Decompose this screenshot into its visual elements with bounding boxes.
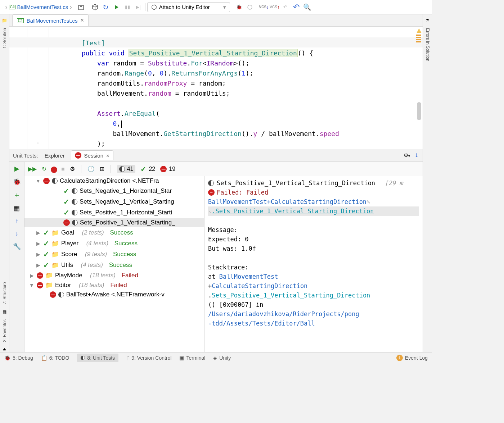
warning-stripe[interactable]: ! (416, 28, 422, 42)
clock-icon[interactable]: 🕘 (87, 165, 95, 172)
tree-folder[interactable]: ▶✓📁Goal (2 tests) Success (24, 227, 204, 238)
tree-test[interactable]: —BallTest+Awake <.NETFramework-v (24, 290, 204, 299)
right-tool-strip: ⚗ Errors In Solution (423, 14, 432, 352)
csharp-file-icon: C# (17, 18, 24, 23)
svg-point-1 (248, 5, 252, 9)
save-icon[interactable] (76, 2, 86, 12)
csharp-file-icon: C# (9, 5, 16, 9)
edit-icon[interactable]: ✎ (366, 198, 370, 205)
ut-left-rail: ▶ 🐞 ＋ ▦ ↑ ↓ 🔧 (9, 162, 24, 352)
count-fail[interactable]: —19 (160, 166, 175, 172)
code-editor[interactable]: ⬤⊖ ⊟ ⊟ [Test] public void Sets_Positive_… (9, 27, 423, 149)
unity-icon (151, 4, 157, 10)
svg-text:!: ! (418, 29, 420, 33)
status-debug[interactable]: 🐞 5: Debug (4, 355, 33, 361)
chevron-right-icon: › (69, 3, 72, 11)
play-icon[interactable] (112, 2, 122, 12)
download-icon[interactable]: ⤓ (414, 152, 419, 159)
unit-tests-header: Unit Tests: Explorer — Session × ⚙︎▾ ⤓ (9, 149, 423, 162)
rerun-failed-icon[interactable]: ↻- (51, 165, 56, 172)
status-unit-tests[interactable]: 8: Unit Tests (77, 354, 118, 362)
status-vc[interactable]: ᛘ 9: Version Control (126, 355, 171, 361)
fail-icon: — (160, 166, 167, 172)
tree-test[interactable]: ✓Sets_Negative_1_Vertical_Starting (24, 196, 204, 207)
close-tab-icon[interactable]: × (81, 17, 84, 24)
history-icon[interactable]: ↶ (280, 2, 291, 12)
add-icon[interactable]: ＋ (14, 191, 20, 199)
grid-icon[interactable]: ▦ (14, 204, 20, 212)
tree-test[interactable]: ✓Sets_Negative_1_Horizontal_Star (24, 186, 204, 196)
options-icon[interactable]: ⚙ (70, 165, 75, 172)
close-icon[interactable]: × (106, 153, 109, 159)
errors-tab[interactable]: Errors In Solution (425, 28, 430, 62)
stop-icon[interactable] (245, 2, 255, 12)
run-all-icon[interactable]: ▶▶ (28, 165, 37, 172)
breadcrumb-file: BallMovementTest.cs (17, 4, 68, 10)
structure-icon[interactable]: ▦ (3, 309, 6, 314)
pause-icon[interactable]: ▮▮ (122, 2, 132, 12)
star-icon[interactable]: ★ (3, 347, 6, 352)
tree-test-selected[interactable]: —Sets_Positive_1_Vertical_Starting_ (24, 218, 204, 227)
editor-tab[interactable]: C# BallMovementTest.cs × (12, 14, 89, 26)
top-toolbar: › C# BallMovementTest.cs › ↻ ▮▮ ▶| Attac… (0, 0, 432, 14)
solution-icon[interactable]: 📁 (2, 18, 7, 23)
tree-folder[interactable]: ▶✓📁Player (4 tests) Success (24, 238, 204, 249)
tree-folder[interactable]: ▶✓📁Utils (4 tests) Success (24, 260, 204, 270)
status-unity[interactable]: ◈ Unity (213, 355, 231, 361)
fold-icon[interactable]: ⊟ (37, 138, 40, 148)
unity-icon[interactable] (90, 2, 100, 12)
run-config-combo[interactable]: Attach to Unity Editor ▾ (147, 2, 230, 12)
count-pass[interactable]: ✓22 (140, 165, 155, 173)
scrollbar-thumb[interactable] (417, 102, 421, 120)
status-todo[interactable]: 📋 6: TODO (41, 355, 69, 361)
count-all[interactable]: 41 (117, 165, 136, 173)
wrench-icon[interactable]: 🔧 (13, 242, 21, 250)
status-bar: 🐞 5: Debug 📋 6: TODO 8: Unit Tests ᛘ 9: … (0, 352, 432, 363)
pass-icon: ✓ (140, 165, 147, 173)
debug-icon[interactable]: 🐞 (234, 2, 244, 12)
tree-folder[interactable]: ▶✓📁Score (9 tests) Success (24, 249, 204, 260)
dropdown-icon: ▾ (223, 4, 226, 10)
editor-tabs: C# BallMovementTest.cs × (9, 14, 423, 27)
structure-tab[interactable]: 7: Structure (2, 282, 7, 304)
flask-icon[interactable]: ⚗ (426, 18, 429, 23)
vcs-commit-icon[interactable]: VCS↑ (270, 2, 280, 12)
unit-tests-body: ▶ 🐞 ＋ ▦ ↑ ↓ 🔧 ▶▶ ↻ ↻- ■ ⚙ 🕘 ⊞ (9, 162, 423, 352)
run-icon[interactable]: ▶ (14, 165, 19, 173)
stop-icon[interactable]: ■ (61, 166, 65, 172)
pending-icon (119, 166, 125, 172)
search-icon[interactable]: 🔍 (302, 2, 312, 12)
chevron-right-icon: › (5, 3, 8, 11)
status-event-log[interactable]: 1 Event Log (396, 355, 428, 361)
tree-group[interactable]: ▼—CalculateStartingDirection <.NETFra (24, 176, 204, 186)
rerun-icon[interactable]: ↻ (42, 165, 46, 172)
status-terminal[interactable]: ▣ Terminal (179, 355, 205, 361)
gear-icon[interactable]: ⚙︎▾ (404, 152, 410, 159)
test-details[interactable]: Sets_Positive_1_Vertical_Starting_Direct… (204, 176, 423, 352)
refresh-icon[interactable]: ↻ (101, 2, 111, 12)
ut-toolbar: ▶▶ ↻ ↻- ■ ⚙ 🕘 ⊞ 41 ✓22 —19 (24, 162, 423, 176)
vcs-update-icon[interactable]: VCS↓ (259, 2, 269, 12)
arrow-icon: ↘ (208, 208, 212, 215)
fail-icon: — (75, 152, 81, 159)
bug-icon[interactable]: 🐞 (13, 178, 21, 186)
tree-folder[interactable]: ▶—📁PlayMode (18 tests) Failed (24, 270, 204, 280)
test-tree[interactable]: ▼—CalculateStartingDirection <.NETFra ✓S… (24, 176, 204, 352)
left-tool-strip: 📁 1: Solution 7: Structure ▦ 2: Favorite… (0, 14, 9, 352)
method-link[interactable]: .Sets Positive 1 Vertical Starting Direc… (212, 208, 374, 215)
warning-icon: ! (416, 28, 422, 34)
tree-folder[interactable]: ▼—📁Editor (18 tests) Failed (24, 280, 204, 290)
ut-session-tab[interactable]: — Session × (71, 151, 113, 160)
tree-test[interactable]: ✓Sets_Positive_1_Horizontal_Starti (24, 207, 204, 218)
undo-icon[interactable]: ↶ (291, 2, 301, 12)
ut-explorer-tab[interactable]: Explorer (45, 153, 65, 159)
down-icon[interactable]: ↓ (15, 230, 18, 237)
breadcrumb[interactable]: › C# BallMovementTest.cs › (2, 0, 75, 14)
favorites-tab[interactable]: 2: Favorites (2, 319, 7, 342)
solution-tab[interactable]: 1: Solution (2, 28, 7, 49)
up-icon[interactable]: ↑ (15, 217, 18, 225)
class-link[interactable]: BallMovementTest+CalculateStartingDirect… (208, 198, 366, 205)
fail-icon: — (208, 189, 215, 196)
layout-icon[interactable]: ⊞ (100, 165, 104, 172)
step-icon[interactable]: ▶| (133, 2, 143, 12)
